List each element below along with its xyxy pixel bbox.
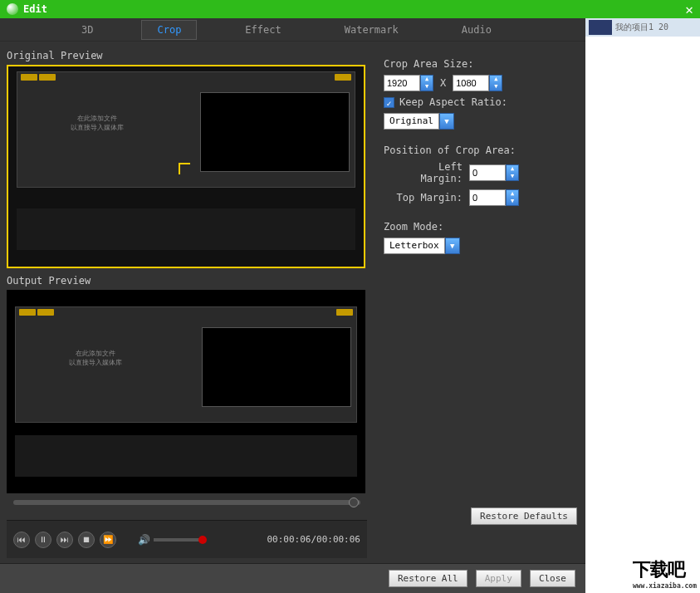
crop-height-input[interactable]: ▲▼ (453, 75, 502, 91)
top-margin-label: Top Margin: (392, 192, 463, 203)
ratio-select[interactable]: Original ▼ (384, 113, 454, 130)
stepper-icon[interactable]: ▲▼ (489, 75, 502, 91)
forward-button[interactable]: ⏩ (100, 532, 116, 548)
settings-panel: Crop Area Size: ▲▼ X ▲▼ ✓ Keep Aspect Ra… (374, 42, 585, 563)
stepper-icon[interactable]: ▲▼ (420, 75, 433, 91)
position-label: Position of Crop Area: (384, 145, 575, 156)
chevron-down-icon[interactable]: ▼ (445, 238, 460, 254)
prev-button[interactable]: ⏮ (13, 532, 30, 548)
tab-crop[interactable]: Crop (141, 20, 197, 40)
zoom-label: Zoom Mode: (384, 221, 575, 233)
left-margin-label: Left Margin: (392, 161, 463, 184)
pause-button[interactable]: ⏸ (35, 532, 51, 548)
tab-bar: 3D Crop Effect Watermark Audio (0, 18, 585, 42)
stop-button[interactable]: ⏹ (78, 532, 95, 548)
stepper-icon[interactable]: ▲▼ (506, 189, 519, 206)
playback-controls: ⏮ ⏸ ⏭ ⏹ ⏩ 🔊 00:00:06/00:00:06 (7, 520, 367, 558)
titlebar: Edit ✕ (0, 0, 700, 18)
zoom-select[interactable]: Letterbox ▼ (384, 238, 460, 254)
footer: Restore All Apply Close (0, 563, 585, 593)
chevron-down-icon[interactable]: ▼ (439, 113, 454, 130)
restore-all-button[interactable]: Restore All (389, 570, 467, 587)
output-preview-label: Output Preview (7, 275, 367, 287)
seek-handle-icon[interactable] (349, 497, 359, 507)
keep-ratio-checkbox[interactable]: ✓ (384, 97, 394, 108)
project-item[interactable]: 我的项目1 20 (585, 18, 700, 37)
close-button[interactable]: Close (530, 570, 575, 587)
seek-bar[interactable] (13, 500, 360, 505)
close-icon[interactable]: ✕ (685, 2, 693, 17)
tab-effect[interactable]: Effect (230, 21, 296, 39)
keep-ratio-label: Keep Aspect Ratio: (399, 96, 507, 108)
crop-handle-icon[interactable] (179, 163, 190, 174)
seek-bar-row (7, 497, 367, 508)
side-panel: 我的项目1 20 下载吧 www.xiazaiba.com (585, 18, 700, 593)
tab-audio[interactable]: Audio (447, 21, 507, 39)
tab-3d[interactable]: 3D (66, 21, 108, 39)
volume-icon[interactable]: 🔊 (138, 534, 150, 546)
output-preview: 在此添加文件 以直接导入媒体库 (7, 290, 365, 493)
timecode: 00:00:06/00:00:06 (267, 534, 360, 545)
project-thumbnail (589, 20, 612, 35)
volume-slider[interactable] (154, 538, 203, 542)
stepper-icon[interactable]: ▲▼ (506, 164, 519, 181)
crop-size-label: Crop Area Size: (384, 58, 575, 70)
crop-width-input[interactable]: ▲▼ (384, 75, 433, 91)
watermark-logo: 下载吧 www.xiazaiba.com (633, 557, 697, 590)
original-preview[interactable]: 在此添加文件 以直接导入媒体库 (7, 65, 365, 268)
apply-button[interactable]: Apply (476, 570, 521, 587)
top-margin-input[interactable]: ▲▼ (469, 189, 519, 206)
left-margin-input[interactable]: ▲▼ (469, 164, 519, 181)
restore-defaults-button[interactable]: Restore Defaults (471, 507, 577, 525)
app-icon (7, 3, 18, 15)
window-title: Edit (23, 3, 685, 15)
tab-watermark[interactable]: Watermark (330, 21, 414, 39)
next-button[interactable]: ⏭ (56, 532, 73, 548)
original-preview-label: Original Preview (7, 50, 367, 61)
